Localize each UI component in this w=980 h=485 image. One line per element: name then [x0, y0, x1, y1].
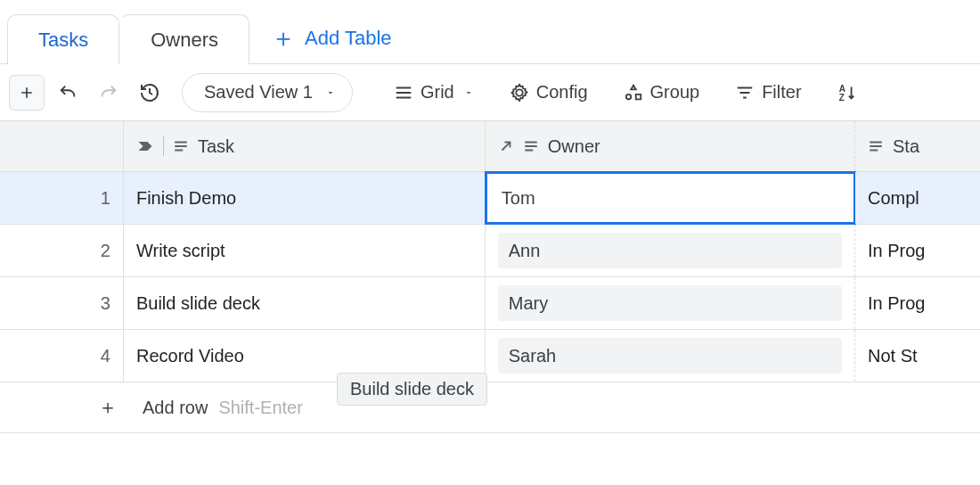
plus-icon: ＋ — [271, 21, 296, 55]
data-grid: Task Owner Sta 1 Finish Demo Tom Compl 2… — [0, 121, 980, 433]
add-row-footer[interactable]: ＋ Add row Shift-Enter — [0, 382, 980, 433]
owner-chip: Ann — [498, 233, 842, 268]
row-number: 3 — [0, 277, 124, 329]
row-number-header — [0, 121, 124, 171]
grid-header-row: Task Owner Sta — [0, 121, 980, 172]
undo-button[interactable] — [50, 75, 86, 111]
column-label: Task — [198, 136, 234, 157]
cell-task[interactable]: Finish Demo — [124, 172, 486, 224]
table-row[interactable]: 3 Build slide deck Mary In Prog — [0, 277, 980, 330]
filter-icon — [735, 83, 755, 103]
cell-owner[interactable]: Tom — [486, 172, 855, 224]
text-lines-icon — [523, 138, 539, 154]
sort-az-icon: A Z — [837, 83, 857, 103]
add-button[interactable] — [9, 75, 45, 111]
cell-task[interactable]: Write script — [124, 225, 486, 276]
row-number: 4 — [0, 330, 124, 382]
text-lines-icon — [173, 138, 189, 154]
undo-icon — [58, 83, 78, 103]
add-row-label: Add row — [143, 398, 208, 418]
add-row-hint: Shift-Enter — [218, 398, 302, 418]
tab-owners[interactable]: Owners — [119, 14, 249, 64]
tag-icon — [136, 137, 154, 155]
owner-chip: Tom — [498, 180, 842, 216]
config-label: Config — [536, 82, 588, 103]
history-icon — [139, 82, 160, 103]
cell-status[interactable]: In Prog — [855, 277, 980, 329]
tab-label: Owners — [151, 29, 218, 52]
group-button[interactable]: Group — [613, 73, 711, 112]
redo-button[interactable] — [91, 75, 127, 111]
divider — [163, 136, 164, 156]
add-row-plus-cell: ＋ — [0, 382, 130, 432]
cell-task[interactable]: Build slide deck — [124, 277, 486, 329]
table-tabs: Tasks Owners ＋ Add Table — [0, 0, 980, 64]
history-button[interactable] — [132, 75, 167, 111]
grid-icon — [394, 83, 413, 103]
cell-owner[interactable]: Sarah — [486, 330, 855, 382]
cell-owner[interactable]: Mary — [486, 277, 855, 329]
table-row[interactable]: 1 Finish Demo Tom Compl — [0, 172, 980, 225]
row-number: 1 — [0, 172, 124, 224]
caret-down-icon — [463, 87, 474, 98]
saved-view-dropdown[interactable]: Saved View 1 — [182, 73, 353, 112]
tab-tasks[interactable]: Tasks — [7, 14, 119, 64]
column-label: Owner — [548, 136, 600, 157]
gear-icon — [510, 83, 529, 103]
row-number: 2 — [0, 225, 124, 276]
config-button[interactable]: Config — [499, 73, 599, 112]
plus-icon: ＋ — [98, 394, 118, 421]
add-row-cell: Add row Shift-Enter — [130, 382, 980, 432]
group-icon — [624, 83, 643, 103]
group-label: Group — [650, 82, 700, 103]
column-header-task[interactable]: Task — [124, 121, 486, 171]
grid-view-button[interactable]: Grid — [383, 73, 485, 112]
text-lines-icon — [868, 138, 884, 154]
svg-text:Z: Z — [838, 93, 844, 103]
cell-status[interactable]: Compl — [855, 172, 980, 224]
add-table-label: Add Table — [305, 27, 391, 50]
tooltip: Build slide deck — [337, 373, 487, 406]
column-header-owner[interactable]: Owner — [486, 121, 855, 171]
link-arrow-icon — [498, 138, 514, 154]
cell-status[interactable]: In Prog — [855, 225, 980, 276]
sort-button[interactable]: A Z — [827, 73, 857, 112]
add-table-button[interactable]: ＋ Add Table — [249, 13, 412, 63]
redo-icon — [99, 83, 118, 103]
plus-icon — [18, 84, 36, 102]
grid-label: Grid — [421, 82, 454, 103]
column-header-status[interactable]: Sta — [855, 121, 980, 171]
filter-label: Filter — [762, 82, 801, 103]
toolbar: Saved View 1 Grid Config Group Filter A … — [0, 64, 980, 121]
owner-chip: Sarah — [498, 338, 842, 374]
tab-label: Tasks — [38, 29, 88, 52]
saved-view-label: Saved View 1 — [204, 82, 313, 103]
cell-owner[interactable]: Ann — [486, 225, 855, 276]
caret-down-icon — [325, 87, 336, 98]
table-row[interactable]: 2 Write script Ann In Prog — [0, 225, 980, 277]
cell-status[interactable]: Not St — [855, 330, 980, 382]
filter-button[interactable]: Filter — [724, 73, 812, 112]
table-row[interactable]: 4 Record Video Sarah Not St — [0, 330, 980, 382]
owner-chip: Mary — [498, 285, 842, 321]
column-label: Sta — [893, 136, 919, 157]
